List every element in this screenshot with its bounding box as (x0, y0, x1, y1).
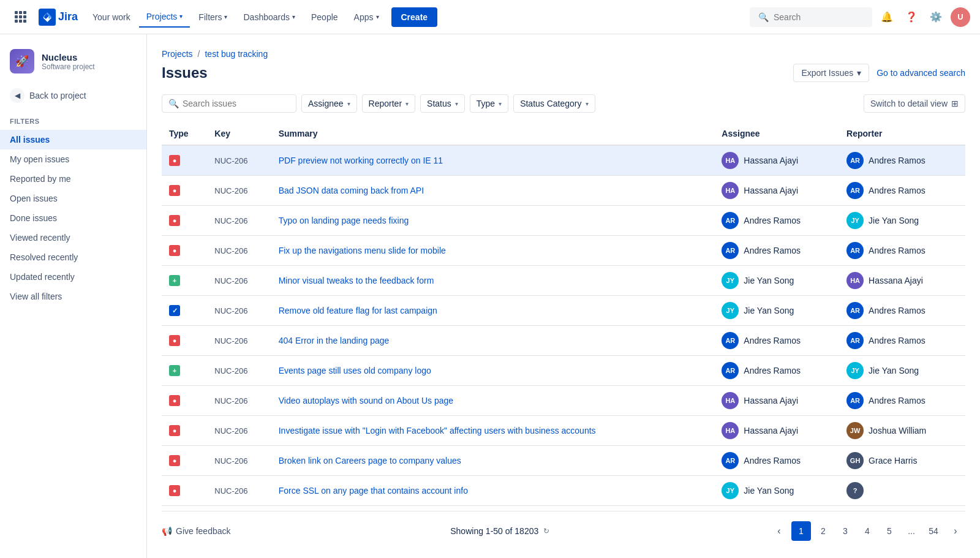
cell-assignee: AR Andres Ramos (714, 446, 839, 476)
breadcrumb-projects[interactable]: Projects (162, 49, 193, 59)
table-row[interactable]: ● NUC-206 Typo on landing page needs fix… (162, 206, 965, 236)
table-row[interactable]: ● NUC-206 Investigate issue with "Login … (162, 416, 965, 446)
page-54-button[interactable]: 54 (924, 521, 943, 541)
sidebar-item-resolved-recently[interactable]: Resolved recently (0, 247, 146, 267)
page-5-button[interactable]: 5 (880, 521, 899, 541)
sidebar-item-my-open-issues[interactable]: My open issues (0, 149, 146, 169)
cell-summary[interactable]: Minor visual tweaks to the feedback form (271, 266, 715, 296)
cell-summary[interactable]: Remove old feature flag for last campaig… (271, 296, 715, 326)
sidebar-item-done-issues[interactable]: Done issues (0, 208, 146, 228)
assignee-name: Andres Ramos (744, 366, 801, 375)
prev-page-button[interactable]: ‹ (769, 521, 789, 541)
table-row[interactable]: ● NUC-206 Bad JSON data coming back from… (162, 176, 965, 206)
cell-key: NUC-206 (207, 236, 271, 266)
cell-type: + (162, 356, 207, 386)
cell-key: NUC-206 (207, 326, 271, 356)
table-row[interactable]: ● NUC-206 Video autoplays with sound on … (162, 386, 965, 416)
cell-type: ● (162, 145, 207, 176)
assignee-avatar: JY (722, 482, 739, 499)
global-search-box[interactable]: 🔍 (750, 7, 872, 27)
user-avatar[interactable]: U (951, 7, 970, 27)
status-category-filter[interactable]: Status Category ▾ (513, 94, 595, 113)
apps-grid-button[interactable] (10, 6, 31, 28)
table-row[interactable]: ● NUC-206 Broken link on Careers page to… (162, 446, 965, 476)
nav-your-work[interactable]: Your work (85, 7, 138, 27)
type-chevron-icon: ▾ (499, 100, 502, 107)
pagination-bar: 📢 Give feedback Showing 1-50 of 18203 ↻ … (162, 511, 965, 551)
nav-filters[interactable]: Filters ▾ (191, 7, 235, 27)
search-issues-input[interactable] (183, 99, 290, 108)
next-page-button[interactable]: › (946, 521, 965, 541)
breadcrumb-project[interactable]: test bug tracking (205, 49, 268, 59)
page-header: Issues Export Issues ▾ Go to advanced se… (162, 64, 965, 82)
search-issues-filter[interactable]: 🔍 (162, 94, 296, 113)
assignee-name: Hassana Ajayi (744, 156, 798, 165)
table-row[interactable]: + NUC-206 Minor visual tweaks to the fee… (162, 266, 965, 296)
type-filter[interactable]: Type ▾ (470, 94, 508, 113)
page-2-button[interactable]: 2 (813, 521, 833, 541)
notifications-button[interactable]: 🔔 (877, 7, 897, 27)
table-row[interactable]: ● NUC-206 PDF preview not working correc… (162, 145, 965, 176)
sidebar-item-viewed-recently[interactable]: Viewed recently (0, 228, 146, 247)
switch-view-button[interactable]: Switch to detail view ⊞ (864, 94, 965, 113)
cell-summary[interactable]: Events page still uses old company logo (271, 356, 715, 386)
reporter-filter[interactable]: Reporter ▾ (362, 94, 415, 113)
jira-logo[interactable]: Jira (39, 9, 78, 26)
back-to-project-button[interactable]: ◀ Back to project (0, 83, 146, 108)
cell-type: ● (162, 176, 207, 206)
help-button[interactable]: ❓ (902, 7, 921, 27)
cell-key: NUC-206 (207, 416, 271, 446)
table-row[interactable]: ● NUC-206 404 Error in the landing page … (162, 326, 965, 356)
cell-reporter: ? (839, 476, 965, 506)
page-3-button[interactable]: 3 (835, 521, 855, 541)
page-1-button[interactable]: 1 (791, 521, 811, 541)
table-row[interactable]: + NUC-206 Events page still uses old com… (162, 356, 965, 386)
advanced-search-link[interactable]: Go to advanced search (876, 68, 965, 78)
cell-summary[interactable]: Bad JSON data coming back from API (271, 176, 715, 206)
table-row[interactable]: ● NUC-206 Fix up the navigations menu sl… (162, 236, 965, 266)
cell-summary[interactable]: 404 Error in the landing page (271, 326, 715, 356)
cell-summary[interactable]: Fix up the navigations menu slide for mo… (271, 236, 715, 266)
cell-key: NUC-206 (207, 476, 271, 506)
feedback-button[interactable]: 📢 Give feedback (162, 526, 231, 536)
assignee-avatar: HA (722, 422, 739, 439)
dashboards-chevron-icon: ▾ (292, 13, 295, 20)
assignee-name: Hassana Ajayi (744, 396, 798, 405)
export-issues-button[interactable]: Export Issues ▾ (793, 64, 869, 82)
search-input[interactable] (774, 12, 864, 22)
nav-people[interactable]: People (304, 7, 345, 27)
cell-key: NUC-206 (207, 296, 271, 326)
cell-summary[interactable]: Video autoplays with sound on About Us p… (271, 386, 715, 416)
col-assignee: Assignee (714, 123, 839, 145)
cell-summary[interactable]: PDF preview not working correctly on IE … (271, 145, 715, 176)
status-filter[interactable]: Status ▾ (420, 94, 465, 113)
nav-projects[interactable]: Projects ▾ (139, 7, 190, 28)
sidebar-item-open-issues[interactable]: Open issues (0, 189, 146, 208)
cell-reporter: AR Andres Ramos (839, 326, 965, 356)
detail-view-icon: ⊞ (951, 99, 959, 108)
top-navigation: Jira Your work Projects ▾ Filters ▾ Dash… (0, 0, 980, 34)
nav-apps[interactable]: Apps ▾ (347, 7, 386, 27)
table-row[interactable]: ✓ NUC-206 Remove old feature flag for la… (162, 296, 965, 326)
sidebar-item-all-issues[interactable]: All issues (0, 130, 146, 149)
header-actions: Export Issues ▾ Go to advanced search (793, 64, 965, 82)
page-4-button[interactable]: 4 (858, 521, 877, 541)
table-row[interactable]: ● NUC-206 Force SSL on any page that con… (162, 476, 965, 506)
cell-reporter: GH Grace Harris (839, 446, 965, 476)
reporter-name: Hassana Ajayi (869, 276, 923, 285)
sidebar-item-updated-recently[interactable]: Updated recently (0, 267, 146, 287)
create-button[interactable]: Create (391, 7, 438, 27)
cell-key: NUC-206 (207, 176, 271, 206)
cell-summary[interactable]: Force SSL on any page that contains acco… (271, 476, 715, 506)
assignee-name: Andres Ramos (744, 336, 801, 345)
cell-summary[interactable]: Broken link on Careers page to company v… (271, 446, 715, 476)
cell-summary[interactable]: Typo on landing page needs fixing (271, 206, 715, 236)
sidebar-item-view-all-filters[interactable]: View all filters (0, 287, 146, 306)
type-icon: ● (169, 155, 180, 166)
type-icon: ● (169, 485, 180, 496)
sidebar-item-reported-by-me[interactable]: Reported by me (0, 169, 146, 189)
settings-button[interactable]: ⚙️ (926, 7, 946, 27)
assignee-filter[interactable]: Assignee ▾ (301, 94, 357, 113)
nav-dashboards[interactable]: Dashboards ▾ (236, 7, 303, 27)
cell-summary[interactable]: Investigate issue with "Login with Faceb… (271, 416, 715, 446)
